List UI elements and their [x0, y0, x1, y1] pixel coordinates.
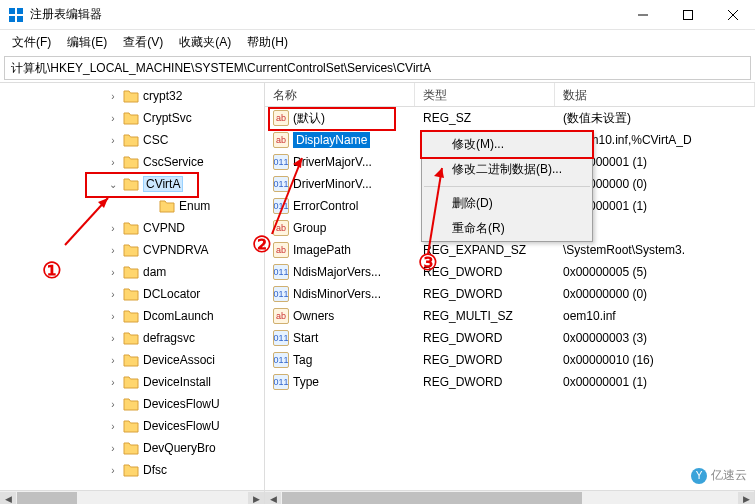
value-type: REG_DWORD	[415, 329, 555, 347]
tree-item[interactable]: ›DCLocator	[105, 283, 264, 305]
tree-item[interactable]: ›dam	[105, 261, 264, 283]
chevron-right-icon[interactable]: ›	[105, 286, 121, 302]
chevron-right-icon[interactable]: ›	[105, 352, 121, 368]
tree-item[interactable]: ›DeviceInstall	[105, 371, 264, 393]
list-row[interactable]: 011NdisMinorVers...REG_DWORD0x00000000 (…	[265, 283, 755, 305]
spacer	[141, 198, 157, 214]
close-button[interactable]	[710, 0, 755, 30]
folder-icon	[123, 287, 139, 301]
svg-rect-2	[9, 16, 15, 22]
tree-item[interactable]: ›Dfsc	[105, 459, 264, 481]
column-name[interactable]: 名称	[265, 83, 415, 106]
list-row[interactable]: abOwnersREG_MULTI_SZoem10.inf	[265, 305, 755, 327]
address-bar[interactable]: 计算机\HKEY_LOCAL_MACHINE\SYSTEM\CurrentCon…	[4, 56, 751, 80]
menu-help[interactable]: 帮助(H)	[239, 32, 296, 53]
ctx-separator	[424, 186, 590, 187]
scroll-right-icon[interactable]: ▶	[248, 492, 264, 505]
string-value-icon: ab	[273, 242, 289, 258]
tree-item[interactable]: ›defragsvc	[105, 327, 264, 349]
tree-item[interactable]: Enum	[105, 195, 264, 217]
maximize-button[interactable]	[665, 0, 710, 30]
list-row[interactable]: abImagePathREG_EXPAND_SZ\SystemRoot\Syst…	[265, 239, 755, 261]
chevron-right-icon[interactable]: ›	[105, 264, 121, 280]
tree-item[interactable]: ›DevicesFlowU	[105, 415, 264, 437]
chevron-right-icon[interactable]: ›	[105, 154, 121, 170]
column-data[interactable]: 数据	[555, 83, 755, 106]
ctx-modify-binary[interactable]: 修改二进制数据(B)...	[422, 157, 592, 182]
tree-item[interactable]: ›DeviceAssoci	[105, 349, 264, 371]
list-row[interactable]: ab(默认)REG_SZ(数值未设置)	[265, 107, 755, 129]
watermark-icon: Y	[691, 468, 707, 484]
tree-item-label: DcomLaunch	[143, 309, 214, 323]
chevron-right-icon[interactable]: ›	[105, 308, 121, 324]
chevron-right-icon[interactable]: ›	[105, 132, 121, 148]
list-hscroll[interactable]: ◀ ▶	[265, 491, 755, 504]
folder-icon	[123, 441, 139, 455]
chevron-right-icon[interactable]: ›	[105, 110, 121, 126]
value-data: oem10.inf	[555, 307, 755, 325]
svg-rect-1	[17, 8, 23, 14]
value-type: REG_DWORD	[415, 373, 555, 391]
minimize-button[interactable]	[620, 0, 665, 30]
chevron-right-icon[interactable]: ›	[105, 440, 121, 456]
chevron-right-icon[interactable]: ›	[105, 374, 121, 390]
menu-file[interactable]: 文件(F)	[4, 32, 59, 53]
chevron-right-icon[interactable]: ›	[105, 418, 121, 434]
tree-item[interactable]: ›CVPND	[105, 217, 264, 239]
annotation-circle-2: ②	[252, 232, 272, 258]
list-row[interactable]: 011TagREG_DWORD0x00000010 (16)	[265, 349, 755, 371]
scroll-thumb[interactable]	[282, 492, 582, 505]
list-row[interactable]: 011StartREG_DWORD0x00000003 (3)	[265, 327, 755, 349]
title-bar: 注册表编辑器	[0, 0, 755, 30]
tree-item[interactable]: ⌄CVirtA	[105, 173, 264, 195]
tree-item[interactable]: ›CryptSvc	[105, 107, 264, 129]
binary-value-icon: 011	[273, 286, 289, 302]
folder-icon	[123, 221, 139, 235]
tree-item[interactable]: ›CscService	[105, 151, 264, 173]
scroll-right-icon[interactable]: ▶	[738, 492, 754, 505]
scroll-left-icon[interactable]: ◀	[265, 492, 281, 505]
tree-item-label: DevicesFlowU	[143, 397, 220, 411]
binary-value-icon: 011	[273, 198, 289, 214]
tree-item-label: DCLocator	[143, 287, 200, 301]
menu-edit[interactable]: 编辑(E)	[59, 32, 115, 53]
ctx-modify[interactable]: 修改(M)...	[422, 132, 592, 157]
ctx-delete[interactable]: 删除(D)	[422, 191, 592, 216]
tree-item[interactable]: ›DcomLaunch	[105, 305, 264, 327]
list-row[interactable]: 011NdisMajorVers...REG_DWORD0x00000005 (…	[265, 261, 755, 283]
tree-item[interactable]: ›DevQueryBro	[105, 437, 264, 459]
chevron-down-icon[interactable]: ⌄	[105, 176, 121, 192]
chevron-right-icon[interactable]: ›	[105, 330, 121, 346]
menu-favorites[interactable]: 收藏夹(A)	[171, 32, 239, 53]
tree-item[interactable]: ›CVPNDRVA	[105, 239, 264, 261]
tree-hscroll[interactable]: ◀ ▶	[0, 491, 265, 504]
window-title: 注册表编辑器	[30, 6, 620, 23]
value-data: 0x00000001 (1)	[555, 373, 755, 391]
watermark-text: 亿速云	[711, 467, 747, 484]
binary-value-icon: 011	[273, 374, 289, 390]
tree-item[interactable]: ›crypt32	[105, 85, 264, 107]
folder-icon	[123, 155, 139, 169]
list-header: 名称 类型 数据	[265, 83, 755, 107]
ctx-rename[interactable]: 重命名(R)	[422, 216, 592, 241]
chevron-right-icon[interactable]: ›	[105, 396, 121, 412]
tree-view[interactable]: ›crypt32›CryptSvc›CSC›CscService⌄CVirtAE…	[0, 83, 265, 490]
scroll-left-icon[interactable]: ◀	[0, 492, 16, 505]
minimize-icon	[638, 10, 648, 20]
value-name: Owners	[293, 309, 334, 323]
scroll-thumb[interactable]	[17, 492, 77, 505]
list-row[interactable]: 011TypeREG_DWORD0x00000001 (1)	[265, 371, 755, 393]
value-type: REG_SZ	[415, 109, 555, 127]
chevron-right-icon[interactable]: ›	[105, 242, 121, 258]
tree-item[interactable]: ›DevicesFlowU	[105, 393, 264, 415]
close-icon	[728, 10, 738, 20]
column-type[interactable]: 类型	[415, 83, 555, 106]
list-view[interactable]: 名称 类型 数据 ab(默认)REG_SZ(数值未设置)abDisplayNam…	[265, 83, 755, 490]
menu-view[interactable]: 查看(V)	[115, 32, 171, 53]
chevron-right-icon[interactable]: ›	[105, 220, 121, 236]
chevron-right-icon[interactable]: ›	[105, 462, 121, 478]
chevron-right-icon[interactable]: ›	[105, 88, 121, 104]
window-controls	[620, 0, 755, 30]
tree-item-label: Enum	[179, 199, 210, 213]
tree-item[interactable]: ›CSC	[105, 129, 264, 151]
